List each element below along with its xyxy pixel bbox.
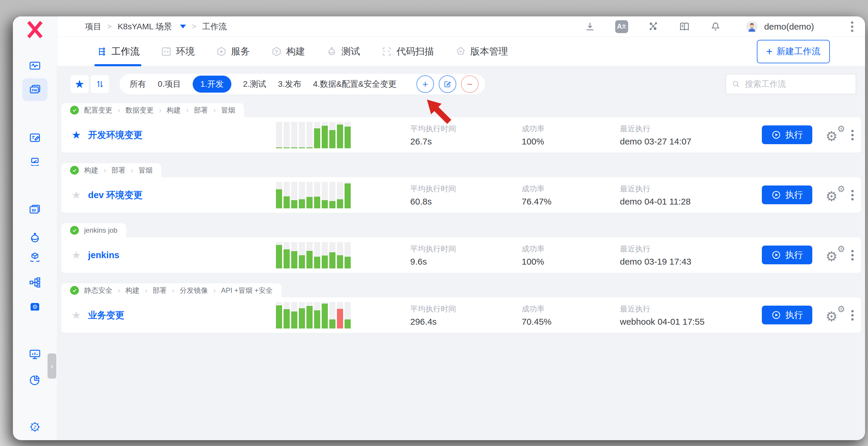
run-workflow-button[interactable]: 执行 — [762, 126, 812, 144]
integrations-icon[interactable] — [648, 21, 659, 33]
favorite-star-toggle[interactable]: ★ — [71, 310, 81, 320]
filter-pill-3[interactable]: 2.测试 — [243, 78, 266, 90]
sidebar-item-tests[interactable] — [28, 231, 42, 245]
user-menu[interactable]: demo(demo) — [746, 21, 814, 33]
sidebar-item-services[interactable]: 80 — [28, 203, 42, 216]
plus-icon: + — [422, 78, 428, 90]
breadcrumb-project[interactable]: 项目 — [85, 21, 101, 32]
workflow-row: ★ jenkins 平均执行时间9.6s 成功率100% 最近执行demo 03… — [61, 237, 861, 273]
sidebar-item-pipelines[interactable] — [28, 276, 42, 289]
breadcrumb-project-name[interactable]: K8sYAML 场景 — [118, 21, 172, 32]
bell-icon[interactable] — [710, 21, 721, 33]
sidebar-collapse-handle[interactable]: › — [48, 353, 56, 379]
tab-code-scan[interactable]: 代码扫描 — [381, 37, 434, 66]
history-bar — [306, 182, 313, 208]
sidebar-item-delivery[interactable] — [28, 155, 42, 169]
svg-text:PM: PM — [32, 88, 37, 92]
filter-pill-0[interactable]: 所有 — [130, 78, 146, 90]
workflow-settings-icon[interactable]: ⚙⚙ — [826, 124, 849, 146]
history-bar — [314, 182, 320, 208]
history-bar — [299, 182, 305, 208]
history-bar — [299, 242, 305, 268]
tab-services[interactable]: 服务 — [216, 37, 250, 66]
project-pm-icon: PM — [28, 83, 41, 96]
row-more-menu-icon[interactable] — [851, 248, 854, 262]
play-circle-icon — [771, 250, 781, 260]
kebab-menu-icon[interactable] — [851, 20, 853, 34]
row-more-menu-icon[interactable] — [851, 128, 854, 142]
chevron-separator: › — [118, 106, 120, 115]
favorite-star-toggle[interactable]: ★ — [71, 250, 81, 261]
favorite-star-toggle[interactable]: ★ — [71, 190, 81, 200]
service-hexagon-icon — [216, 46, 227, 57]
edit-category-button[interactable] — [439, 75, 456, 93]
avg-time-value: 26.7s — [410, 137, 432, 146]
tab-version-management[interactable]: 版本管理 — [455, 37, 508, 66]
check-circle-icon — [70, 166, 79, 175]
translate-icon[interactable]: A文 — [615, 20, 628, 33]
sidebar-item-projects[interactable]: PM — [28, 83, 42, 96]
sort-button[interactable] — [91, 75, 109, 93]
workflow-name-link[interactable]: 开发环境变更 — [88, 129, 143, 141]
docs-icon[interactable] — [679, 21, 690, 33]
settings-gear-icon: Z — [28, 420, 41, 434]
last-run-value: demo 03-19 17:43 — [620, 257, 691, 267]
tab-builds[interactable]: 构建 — [271, 37, 305, 66]
avg-time-value: 60.8s — [410, 197, 432, 207]
breadcrumb-separator: > — [107, 22, 112, 31]
filter-pill-1[interactable]: 0.项目 — [158, 78, 181, 90]
add-category-button[interactable]: + — [416, 75, 434, 93]
chevron-separator: › — [186, 106, 189, 115]
check-circle-icon — [70, 226, 79, 235]
sidebar-item-artifacts[interactable] — [28, 251, 42, 264]
sidebar-item-settings[interactable]: Z — [28, 420, 42, 434]
sidebar-item-plugins[interactable]: ⚙ — [28, 300, 42, 313]
svg-text:Z: Z — [33, 425, 37, 430]
chevron-down-icon[interactable] — [180, 25, 186, 28]
download-icon[interactable] — [584, 21, 596, 33]
favorite-star-toggle[interactable]: ★ — [71, 130, 81, 140]
history-bar — [306, 302, 313, 329]
filter-pill-2[interactable]: 1.开发 — [193, 76, 231, 93]
play-circle-icon — [771, 310, 781, 320]
workflow-settings-icon[interactable]: ⚙⚙ — [826, 244, 849, 266]
remove-category-button[interactable]: − — [461, 75, 478, 93]
sidebar-item-monitoring[interactable] — [28, 348, 42, 361]
workflow-name-link[interactable]: 业务变更 — [88, 309, 124, 321]
filter-pill-5[interactable]: 4.数据&配置&安全变更 — [313, 78, 397, 90]
topbar-icons: A文 — [584, 20, 853, 34]
stage-tag: 分发镜像 — [180, 286, 208, 295]
workflow-name-link[interactable]: jenkins — [88, 250, 119, 261]
stage-tag: 冒烟 — [138, 166, 153, 175]
run-workflow-button[interactable]: 执行 — [762, 306, 812, 324]
chevron-separator: › — [172, 286, 175, 295]
row-more-menu-icon[interactable] — [851, 188, 854, 202]
tab-environments[interactable]: 环境 — [161, 37, 195, 66]
tab-workflows[interactable]: 工作流 — [96, 37, 140, 66]
workflow-settings-icon[interactable]: ⚙⚙ — [826, 304, 849, 326]
sidebar-item-change-orders[interactable] — [28, 131, 42, 144]
app-logo[interactable] — [26, 21, 43, 38]
history-bar — [329, 182, 336, 208]
environment-window-icon — [161, 46, 172, 57]
search-input[interactable] — [744, 79, 850, 89]
workflow-tree-icon — [96, 46, 107, 57]
run-workflow-button[interactable]: 执行 — [762, 185, 812, 204]
new-workflow-button[interactable]: + 新建工作流 — [757, 40, 830, 63]
chevron-separator: › — [213, 286, 216, 295]
workflow-search — [725, 74, 856, 94]
stage-tag: 数据变更 — [125, 105, 154, 115]
tab-tests[interactable]: 测试 — [326, 37, 360, 66]
workflow-settings-icon[interactable]: ⚙⚙ — [826, 184, 849, 206]
stage-tag: 构建 — [125, 286, 140, 295]
workflow-name-link[interactable]: dev 环境变更 — [88, 189, 143, 201]
history-bar — [322, 242, 328, 268]
success-rate-label: 成功率 — [522, 124, 545, 134]
favorites-filter-button[interactable]: ★ — [70, 75, 89, 93]
sidebar-item-dashboard[interactable] — [28, 59, 42, 73]
run-workflow-button[interactable]: 执行 — [762, 246, 812, 264]
row-more-menu-icon[interactable] — [851, 308, 854, 322]
filter-pill-4[interactable]: 3.发布 — [278, 78, 301, 90]
history-bar — [291, 182, 297, 208]
sidebar-item-insights[interactable] — [28, 373, 42, 386]
